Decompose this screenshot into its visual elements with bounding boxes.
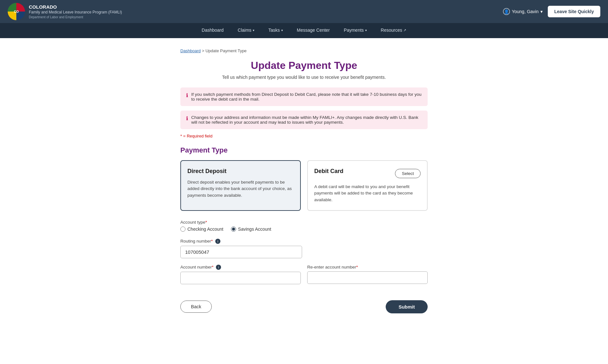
alert-box-1: ℹ If you switch payment methods from Dir…: [180, 87, 428, 106]
account-number-label: Account number* i: [180, 265, 301, 270]
savings-radio[interactable]: [231, 227, 236, 232]
nav-tasks[interactable]: Tasks ▾: [261, 23, 290, 38]
nav-payments-caret: ▾: [365, 29, 367, 32]
account-type-options: Checking Account Savings Account: [180, 227, 428, 232]
org-dept: Department of Labor and Employment: [29, 15, 122, 19]
page-subtitle: Tell us which payment type you would lik…: [180, 75, 428, 80]
nav-message-label: Message Center: [297, 28, 330, 33]
account-number-row: Account number* i Re-enter account numbe…: [180, 265, 428, 291]
payment-type-section-title: Payment Type: [180, 146, 428, 154]
debit-card-title: Debit Card: [314, 168, 343, 175]
checking-label: Checking Account: [187, 227, 223, 232]
nav-bar: Dashboard Claims ▾ Tasks ▾ Message Cente…: [0, 23, 608, 38]
savings-account-option[interactable]: Savings Account: [231, 227, 271, 232]
nav-message-center[interactable]: Message Center: [290, 23, 337, 38]
nav-tasks-label: Tasks: [268, 28, 280, 33]
alert-icon-2: ℹ: [186, 115, 188, 121]
org-name-block: COLORADO Family and Medical Leave Insura…: [29, 4, 122, 19]
main-content: Dashboard > Update Payment Type Update P…: [173, 38, 435, 333]
routing-number-label: Routing number* i: [180, 239, 428, 244]
reenter-account-group: Re-enter account number*: [307, 265, 428, 284]
org-main-title: COLORADO: [29, 4, 122, 10]
form-buttons: Back Submit: [180, 300, 428, 313]
leave-site-button[interactable]: Leave Site Quickly: [548, 6, 600, 17]
nav-payments-label: Payments: [344, 28, 364, 33]
page-title: Update Payment Type: [180, 60, 428, 71]
nav-tasks-caret: ▾: [281, 29, 283, 32]
nav-claims-caret: ▾: [253, 29, 254, 32]
debit-card-select-button[interactable]: Select: [395, 169, 421, 178]
direct-deposit-card[interactable]: Direct Deposit Direct deposit enables yo…: [180, 160, 301, 211]
account-info-icon: i: [216, 265, 221, 270]
debit-card-desc: A debit card will be mailed to you and y…: [314, 184, 421, 203]
debit-card-card[interactable]: Debit Card Select A debit card will be m…: [307, 160, 428, 211]
checking-account-option[interactable]: Checking Account: [180, 227, 223, 232]
nav-dashboard[interactable]: Dashboard: [195, 23, 231, 38]
user-icon: 👤: [503, 8, 510, 15]
required-text: = Required field: [183, 134, 212, 138]
routing-number-input[interactable]: [180, 246, 302, 258]
colorado-logo: CO: [8, 3, 25, 20]
nav-payments[interactable]: Payments ▾: [337, 23, 374, 38]
user-caret-icon: ▾: [540, 9, 543, 14]
account-type-group: Account type* Checking Account Savings A…: [180, 220, 428, 232]
top-header: CO COLORADO Family and Medical Leave Ins…: [0, 0, 608, 23]
nav-dashboard-label: Dashboard: [202, 28, 224, 33]
direct-deposit-desc: Direct deposit enables your benefit paym…: [187, 179, 294, 199]
alert-box-2: ℹ Changes to your address and informatio…: [180, 111, 428, 129]
user-menu[interactable]: 👤 Young, Gavin ▾: [503, 8, 543, 15]
nav-resources-label: Resources: [381, 28, 402, 33]
breadcrumb-dashboard-link[interactable]: Dashboard: [180, 48, 201, 53]
account-type-label: Account type*: [180, 220, 428, 225]
back-button[interactable]: Back: [180, 301, 212, 313]
header-right: 👤 Young, Gavin ▾ Leave Site Quickly: [503, 6, 600, 17]
payment-cards-container: Direct Deposit Direct deposit enables yo…: [180, 160, 428, 211]
savings-label: Savings Account: [238, 227, 271, 232]
breadcrumb-current: Update Payment Type: [205, 48, 246, 53]
breadcrumb: Dashboard > Update Payment Type: [180, 48, 428, 53]
routing-info-icon: i: [215, 239, 220, 244]
reenter-account-label: Re-enter account number*: [307, 265, 428, 269]
account-number-input[interactable]: [180, 272, 301, 284]
user-name: Young, Gavin: [512, 9, 539, 14]
required-star: *: [180, 134, 182, 138]
nav-resources[interactable]: Resources ↗: [374, 23, 414, 38]
alert-icon-1: ℹ: [186, 92, 188, 98]
direct-deposit-title: Direct Deposit: [187, 168, 294, 175]
org-subtitle: Family and Medical Leave Insurance Progr…: [29, 10, 122, 15]
required-note: * = Required field: [180, 134, 428, 138]
account-number-group: Account number* i: [180, 265, 301, 284]
logo-area: CO COLORADO Family and Medical Leave Ins…: [8, 3, 122, 20]
alert-text-2: Changes to your address and information …: [191, 115, 422, 125]
routing-number-group: Routing number* i: [180, 239, 428, 258]
external-link-icon: ↗: [403, 28, 406, 32]
breadcrumb-separator: >: [202, 48, 205, 53]
submit-button[interactable]: Submit: [386, 300, 428, 313]
alert-text-1: If you switch payment methods from Direc…: [191, 92, 422, 102]
debit-card-header: Debit Card Select: [314, 168, 421, 179]
checking-radio[interactable]: [180, 227, 185, 232]
reenter-account-input[interactable]: [307, 271, 428, 284]
nav-claims[interactable]: Claims ▾: [231, 23, 261, 38]
nav-claims-label: Claims: [238, 28, 251, 33]
